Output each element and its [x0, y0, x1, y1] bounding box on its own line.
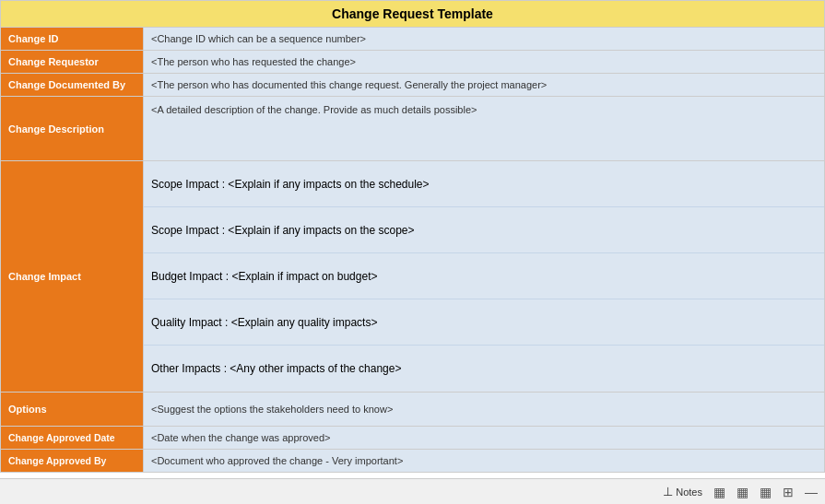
main-container: Change Request Template Change ID <Chang… — [0, 0, 825, 504]
approved-by-label: Change Approved By — [1, 450, 144, 473]
approved-date-row: Change Approved Date <Date when the chan… — [1, 427, 825, 450]
change-impact-row: Change Impact Scope Impact : <Explain if… — [1, 161, 825, 393]
impact-item-2: Scope Impact : <Explain if any impacts o… — [144, 207, 824, 253]
change-id-row: Change ID <Change ID which can be a sequ… — [1, 28, 825, 51]
layout-icon-2[interactable]: ▦ — [737, 485, 748, 499]
layout-icon-1[interactable]: ▦ — [713, 485, 725, 499]
impact-item-3: Budget Impact : <Explain if impact on bu… — [144, 253, 824, 299]
notes-icon: ⊥ — [663, 485, 673, 498]
title-row: Change Request Template — [1, 1, 825, 28]
change-request-table: Change Request Template Change ID <Chang… — [0, 0, 825, 473]
change-requestor-label: Change Requestor — [1, 51, 144, 74]
change-documented-value: <The person who has documented this chan… — [144, 74, 825, 97]
impact-item-1: Scope Impact : <Explain if any impacts o… — [144, 161, 824, 207]
status-bar-icons: ⊥ Notes ▦ ▦ ▦ ⊞ — — [663, 485, 818, 499]
approved-by-value: <Document who approved the change - Very… — [144, 450, 825, 473]
change-id-label: Change ID — [1, 28, 144, 51]
change-requestor-row: Change Requestor <The person who has req… — [1, 51, 825, 74]
layout-icon-3[interactable]: ▦ — [760, 485, 772, 499]
table-wrapper: Change Request Template Change ID <Chang… — [0, 0, 825, 478]
zoom-decrease-icon[interactable]: — — [805, 485, 818, 499]
options-row: Options <Suggest the options the stakeho… — [1, 393, 825, 427]
options-label: Options — [1, 393, 144, 427]
layout-icon-4[interactable]: ⊞ — [783, 485, 794, 499]
change-documented-label: Change Documented By — [1, 74, 144, 97]
change-impact-label: Change Impact — [1, 161, 144, 393]
change-description-label: Change Description — [1, 97, 144, 161]
change-id-value: <Change ID which can be a sequence numbe… — [144, 28, 825, 51]
impact-item-4: Quality Impact : <Explain any quality im… — [144, 299, 824, 346]
approved-date-value: <Date when the change was approved> — [144, 427, 825, 450]
options-value: <Suggest the options the stakeholders ne… — [144, 393, 825, 427]
status-bar: ⊥ Notes ▦ ▦ ▦ ⊞ — — [0, 478, 825, 504]
approved-date-label: Change Approved Date — [1, 427, 144, 450]
impact-item-5: Other Impacts : <Any other impacts of th… — [144, 346, 824, 392]
approved-by-row: Change Approved By <Document who approve… — [1, 450, 825, 473]
notes-label: Notes — [676, 486, 702, 498]
change-description-row: Change Description <A detailed descripti… — [1, 97, 825, 161]
notes-button[interactable]: ⊥ Notes — [663, 485, 702, 498]
change-documented-row: Change Documented By <The person who has… — [1, 74, 825, 97]
change-description-value: <A detailed description of the change. P… — [144, 97, 825, 161]
change-impact-values: Scope Impact : <Explain if any impacts o… — [144, 161, 825, 393]
table-title: Change Request Template — [1, 1, 825, 28]
change-requestor-value: <The person who has requested the change… — [144, 51, 825, 74]
